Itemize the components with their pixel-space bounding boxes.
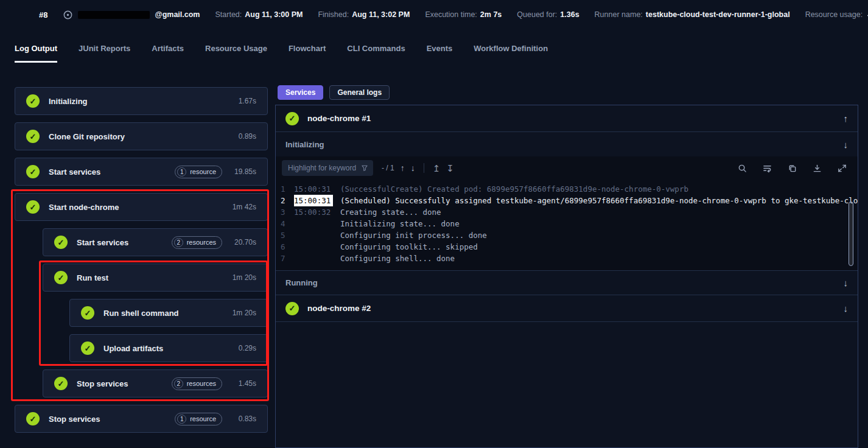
step-duration: 1m 42s xyxy=(229,203,256,211)
step-label: Run test xyxy=(77,273,108,282)
success-check-icon: ✓ xyxy=(26,165,40,178)
success-check-icon: ✓ xyxy=(26,130,40,143)
tab-bar: Log Output JUnit Reports Artifacts Resou… xyxy=(15,44,548,63)
log-view-pill[interactable]: General logs xyxy=(329,85,390,100)
execution-meta-field: Execution time: 2m 7s xyxy=(425,10,502,19)
tab[interactable]: Workflow Definition xyxy=(474,44,548,63)
expand-arrow-icon[interactable]: ↓ xyxy=(844,278,849,287)
tab[interactable]: Log Output xyxy=(15,44,57,63)
meta-label: Runner name: xyxy=(595,10,643,19)
step-duration: 0.83s xyxy=(229,415,256,423)
log-view-pill[interactable]: Services xyxy=(278,85,323,100)
log-line: 7 Configuring shell... done xyxy=(276,253,858,264)
resource-word: resource xyxy=(190,415,216,422)
line-text: (SuccessfulCreate) Created pod: 6899e957… xyxy=(340,183,688,195)
step-card[interactable]: ✓ Clone Git repository 0.89s xyxy=(15,122,268,150)
success-check-icon: ✓ xyxy=(81,306,94,320)
fullscreen-expand-icon[interactable] xyxy=(838,164,847,173)
log-line: 4 Initializing state... done xyxy=(276,218,858,229)
meta-value: 2m 7s xyxy=(480,10,502,19)
meta-label: Execution time: xyxy=(425,10,477,19)
step-card[interactable]: ✓ Stop services 1 resource 0.83s xyxy=(15,405,268,433)
log-toolbar: - / 1 ↑ ↓ ↥ ↧ xyxy=(276,156,858,180)
keyword-search-input[interactable] xyxy=(282,160,373,176)
download-icon[interactable] xyxy=(813,164,822,173)
resource-count: 1 xyxy=(177,415,186,424)
toolbar-divider xyxy=(424,163,424,173)
tab[interactable]: Flowchart xyxy=(289,44,326,63)
line-number: 3 xyxy=(276,206,289,218)
step-label: Start node-chrome xyxy=(49,203,119,212)
collapse-arrow-icon[interactable]: ↑ xyxy=(844,114,849,123)
line-timestamp: 15:00:31 xyxy=(294,183,333,195)
log-scrollbar-thumb[interactable] xyxy=(849,201,853,266)
jump-to-top-icon[interactable]: ↥ xyxy=(433,164,441,173)
step-duration: 0.29s xyxy=(229,344,256,352)
step-label: Clone Git repository xyxy=(49,132,125,141)
step-card[interactable]: ✓ Upload artifacts 0.29s xyxy=(69,334,268,362)
tab[interactable]: CLI Commands xyxy=(347,44,405,63)
step-duration: 1m 20s xyxy=(229,309,256,317)
step-label: Stop services xyxy=(77,379,128,388)
tab[interactable]: Events xyxy=(427,44,453,63)
success-check-icon: ✓ xyxy=(26,94,40,108)
line-timestamp: 15:00:32 xyxy=(294,206,333,218)
line-number: 5 xyxy=(276,229,289,241)
log-line: 1 15:00:31 (SuccessfulCreate) Created po… xyxy=(276,183,858,195)
section-running[interactable]: Running ↓ xyxy=(276,271,858,295)
previous-match-icon[interactable]: ↑ xyxy=(401,163,405,173)
step-card[interactable]: ✓ Run shell command 1m 20s xyxy=(69,299,268,327)
step-card[interactable]: ✓ Start services 2 resources 20.70s xyxy=(43,228,268,256)
step-card[interactable]: ✓ Start services 1 resource 19.85s xyxy=(15,158,268,186)
resource-usage-label: Resource usage: xyxy=(805,10,863,19)
log-line: 5 Configuring init process... done xyxy=(276,229,858,241)
log-actions xyxy=(738,164,852,173)
success-check-icon: ✓ xyxy=(81,341,94,355)
line-timestamp xyxy=(294,229,333,241)
match-counter: - / 1 xyxy=(382,164,394,172)
expand-arrow-icon[interactable]: ↓ xyxy=(844,140,849,149)
search-icon[interactable] xyxy=(738,164,747,173)
meta-label: Started: xyxy=(215,10,242,19)
step-card[interactable]: ✓ Start node-chrome 1m 42s xyxy=(15,193,268,221)
section-initializing[interactable]: Initializing ↓ xyxy=(276,132,858,156)
email-suffix: @gmail.com xyxy=(155,10,200,19)
success-check-icon: ✓ xyxy=(54,271,68,284)
step-duration: 1.45s xyxy=(229,379,256,388)
resource-badge: 2 resources xyxy=(172,236,222,249)
line-text: Creating state... done xyxy=(340,206,441,218)
line-wrap-icon[interactable] xyxy=(763,164,772,173)
log-line: 3 15:00:32 Creating state... done xyxy=(276,206,858,218)
line-timestamp xyxy=(294,241,333,253)
log-view-switcher: Services General logs xyxy=(278,85,390,100)
meta-value: Aug 11, 3:02 PM xyxy=(352,10,410,19)
tab[interactable]: JUnit Reports xyxy=(79,44,130,63)
service-title: node-chrome #1 xyxy=(307,114,835,123)
service-header-node-chrome-2[interactable]: ✓ node-chrome #2 ↓ xyxy=(276,295,858,322)
step-card[interactable]: ✓ Stop services 2 resources 1.45s xyxy=(43,369,268,397)
service-header-node-chrome-1[interactable]: ✓ node-chrome #1 ↑ xyxy=(276,105,858,132)
line-number: 1 xyxy=(276,183,289,195)
expand-arrow-icon[interactable]: ↓ xyxy=(844,304,849,313)
step-label: Start services xyxy=(49,167,100,177)
resource-count: 2 xyxy=(174,238,183,247)
meta-label: Finished: xyxy=(318,10,349,19)
resource-badge: 1 resource xyxy=(175,166,222,178)
step-label: Start services xyxy=(77,238,128,247)
step-card[interactable]: ✓ Run test 1m 20s xyxy=(43,264,268,292)
execution-topbar: #8 @gmail.com Started: Aug 11, 3:00 PM F… xyxy=(0,0,868,29)
step-label: Stop services xyxy=(49,415,100,424)
resource-word: resource xyxy=(190,168,216,175)
next-match-icon[interactable]: ↓ xyxy=(411,163,415,173)
execution-number: #8 xyxy=(39,10,47,19)
tab[interactable]: Resource Usage xyxy=(205,44,267,63)
resource-word: resources xyxy=(187,239,216,246)
jump-to-bottom-icon[interactable]: ↧ xyxy=(446,164,454,173)
copy-icon[interactable] xyxy=(788,164,797,173)
tab[interactable]: Artifacts xyxy=(152,44,184,63)
success-check-icon: ✓ xyxy=(54,236,68,249)
step-card[interactable]: ✓ Initializing 1.67s xyxy=(15,87,268,115)
line-number: 6 xyxy=(276,241,289,253)
step-label: Run shell command xyxy=(103,309,179,318)
execution-meta-field: Finished: Aug 11, 3:02 PM xyxy=(318,10,410,19)
